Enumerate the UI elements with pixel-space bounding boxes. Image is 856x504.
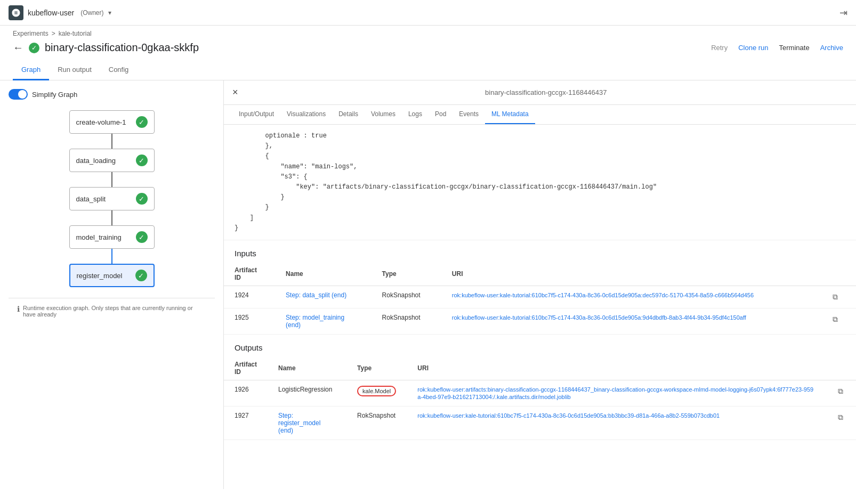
node-check-data-loading: ✓ xyxy=(136,155,148,166)
graph-node-model-training[interactable]: model_training ✓ xyxy=(69,225,155,249)
code-block: optionale : true }, { "name": "main-logs… xyxy=(224,125,856,240)
arrow-3-4 xyxy=(111,210,112,225)
output-uri-1927: rok:kubeflow-user:kale-tutorial:610bc7f5… xyxy=(407,406,825,440)
graph-note-text: Runtime execution graph. Only steps that… xyxy=(23,305,206,318)
node-label-model-training: model_training xyxy=(76,233,122,241)
graph-node-register-model[interactable]: register_model ✓ xyxy=(69,264,155,287)
terminate-button[interactable]: Terminate xyxy=(779,44,810,52)
detail-tab-pod[interactable]: Pod xyxy=(429,105,453,125)
page-title: binary-classification-0gkaa-skkfp xyxy=(45,42,199,54)
col-copy-inputs xyxy=(820,262,856,286)
archive-button[interactable]: Archive xyxy=(820,44,843,52)
top-bar-right: ⇥ xyxy=(839,7,847,19)
output-uri-1926: rok:kubeflow-user:artifacts:binary-class… xyxy=(407,380,825,406)
breadcrumb-experiments[interactable]: Experiments xyxy=(13,30,49,37)
input-copy-1924[interactable]: ⧉ xyxy=(820,286,856,308)
node-check-model-training: ✓ xyxy=(136,231,148,243)
user-label: kubeflow-user xyxy=(28,9,74,17)
outputs-section-title: Outputs xyxy=(224,335,856,356)
main-content: Simplify Graph create-volume-1 ✓ data_lo… xyxy=(0,80,856,489)
copy-button-1924[interactable]: ⧉ xyxy=(830,291,840,303)
col-type-inputs: Type xyxy=(372,262,441,286)
back-button[interactable]: ← xyxy=(13,42,23,54)
page-header: ← binary-classification-0gkaa-skkfp Retr… xyxy=(0,37,856,60)
graph-node-data-loading[interactable]: data_loading ✓ xyxy=(69,149,155,172)
col-uri-outputs: URI xyxy=(407,356,825,380)
output-name-1926: LogisticRegression xyxy=(268,380,346,406)
retry-button[interactable]: Retry xyxy=(711,44,728,52)
graph-node-data-split[interactable]: data_split ✓ xyxy=(69,187,155,210)
simplify-toggle[interactable] xyxy=(9,89,28,100)
detail-tabs: Input/Output Visualizations Details Volu… xyxy=(224,105,856,125)
input-type-1924: RokSnapshot xyxy=(372,286,441,308)
input-name-1925: Step: model_training(end) xyxy=(275,308,371,334)
output-copy-1927[interactable]: ⧉ xyxy=(825,406,856,440)
kubeflow-logo xyxy=(9,5,23,20)
detail-tab-details[interactable]: Details xyxy=(332,105,365,125)
node-check-create-volume-1: ✓ xyxy=(136,116,148,128)
input-uri-1925: rok:kubeflow-user:kale-tutorial:610bc7f5… xyxy=(441,308,820,334)
detail-tab-events[interactable]: Events xyxy=(453,105,485,125)
col-name-inputs: Name xyxy=(275,262,371,286)
info-icon: ℹ xyxy=(17,305,20,313)
output-artifact-id-1926: 1926 xyxy=(224,380,268,406)
detail-tab-visualizations[interactable]: Visualizations xyxy=(280,105,332,125)
output-type-1926: kale.Model xyxy=(346,380,407,406)
input-name-1924: Step: data_split (end) xyxy=(275,286,371,308)
breadcrumb-current: kale-tutorial xyxy=(59,30,92,37)
input-copy-1925[interactable]: ⧉ xyxy=(820,308,856,334)
user-chevron[interactable]: ▾ xyxy=(108,9,111,17)
type-badge-1926: kale.Model xyxy=(357,386,396,396)
graph-node-create-volume-1[interactable]: create-volume-1 ✓ xyxy=(69,110,155,134)
copy-button-1925[interactable]: ⧉ xyxy=(830,314,840,325)
tab-graph[interactable]: Graph xyxy=(13,60,49,80)
detail-tab-ml-metadata[interactable]: ML Metadata xyxy=(485,105,535,125)
node-label-create-volume-1: create-volume-1 xyxy=(76,118,126,126)
col-copy-outputs xyxy=(825,356,856,380)
breadcrumb: Experiments > kale-tutorial xyxy=(0,26,856,37)
graph-panel: Simplify Graph create-volume-1 ✓ data_lo… xyxy=(0,80,224,489)
toggle-knob xyxy=(18,90,27,99)
owner-badge: (Owner) xyxy=(80,9,103,17)
output-artifact-id-1927: 1927 xyxy=(224,406,268,440)
tab-run-output[interactable]: Run output xyxy=(49,60,100,80)
detail-header: × binary-classification-gccgx-1168446437 xyxy=(224,80,856,105)
graph-note: ℹ Runtime execution graph. Only steps th… xyxy=(9,298,215,324)
output-name-1927: Step: register_model(end) xyxy=(268,406,346,440)
arrow-2-3 xyxy=(111,172,112,187)
output-row-1927: 1927 Step: register_model(end) RokSnapsh… xyxy=(224,406,856,440)
clone-run-button[interactable]: Clone run xyxy=(738,44,768,52)
run-status-icon xyxy=(29,43,39,53)
input-uri-1924: rok:kubeflow-user:kale-tutorial:610bc7f5… xyxy=(441,286,820,308)
page-header-left: ← binary-classification-0gkaa-skkfp xyxy=(13,42,199,54)
input-artifact-id-1925: 1925 xyxy=(224,308,275,334)
col-uri-inputs: URI xyxy=(441,262,820,286)
detail-close-button[interactable]: × xyxy=(232,87,238,98)
detail-panel: × binary-classification-gccgx-1168446437… xyxy=(224,80,856,489)
input-row-1925: 1925 Step: model_training(end) RokSnapsh… xyxy=(224,308,856,334)
input-row-1924: 1924 Step: data_split (end) RokSnapshot … xyxy=(224,286,856,308)
inputs-section-title: Inputs xyxy=(224,240,856,262)
arrow-1-2 xyxy=(111,134,112,149)
detail-tab-volumes[interactable]: Volumes xyxy=(365,105,402,125)
tab-config[interactable]: Config xyxy=(100,60,138,80)
col-type-outputs: Type xyxy=(346,356,407,380)
detail-tab-logs[interactable]: Logs xyxy=(402,105,429,125)
input-artifact-id-1924: 1924 xyxy=(224,286,275,308)
col-name-outputs: Name xyxy=(268,356,346,380)
copy-button-1927[interactable]: ⧉ xyxy=(836,412,845,423)
breadcrumb-sep: > xyxy=(52,30,55,37)
main-tabs: Graph Run output Config xyxy=(0,60,856,80)
output-type-1927: RokSnapshot xyxy=(346,406,407,440)
node-label-data-split: data_split xyxy=(76,195,106,203)
col-artifact-id-inputs: ArtifactID xyxy=(224,262,275,286)
logout-icon[interactable]: ⇥ xyxy=(839,7,847,19)
output-copy-1926[interactable]: ⧉ xyxy=(825,380,856,406)
detail-tab-input-output[interactable]: Input/Output xyxy=(232,105,280,125)
simplify-label: Simplify Graph xyxy=(32,91,77,99)
page-header-actions: Retry Clone run Terminate Archive xyxy=(711,44,843,52)
top-bar-left: kubeflow-user (Owner) ▾ xyxy=(9,5,111,20)
col-artifact-id-outputs: ArtifactID xyxy=(224,356,268,380)
copy-button-1926[interactable]: ⧉ xyxy=(836,386,845,397)
input-type-1925: RokSnapshot xyxy=(372,308,441,334)
